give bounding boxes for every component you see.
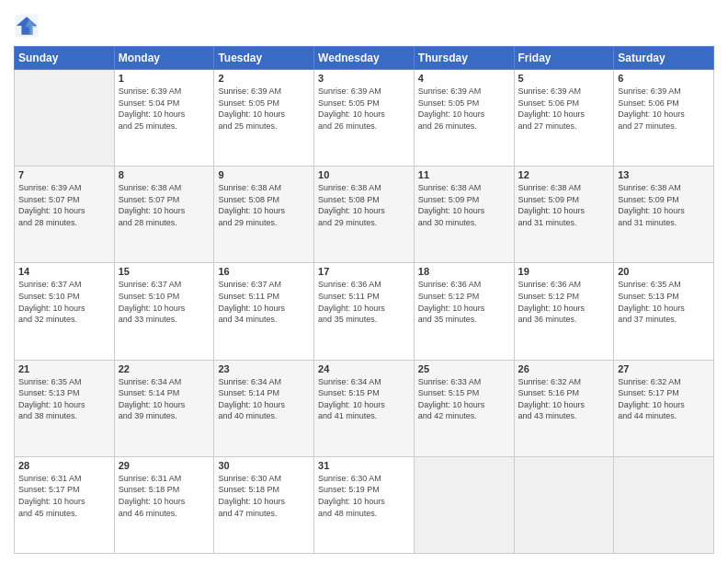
day-info: Sunrise: 6:30 AM Sunset: 5:18 PM Dayligh… (218, 473, 310, 519)
day-number: 29 (119, 460, 210, 471)
day-number: 3 (318, 73, 410, 84)
day-number: 19 (518, 266, 610, 277)
day-info: Sunrise: 6:34 AM Sunset: 5:15 PM Dayligh… (318, 376, 410, 422)
calendar-cell-5-2: 29Sunrise: 6:31 AM Sunset: 5:18 PM Dayli… (114, 456, 214, 553)
calendar-cell-2-1: 7Sunrise: 6:39 AM Sunset: 5:07 PM Daylig… (15, 167, 115, 263)
day-info: Sunrise: 6:33 AM Sunset: 5:15 PM Dayligh… (418, 376, 510, 422)
day-info: Sunrise: 6:39 AM Sunset: 5:07 PM Dayligh… (18, 182, 110, 228)
day-number: 9 (218, 169, 310, 180)
day-info: Sunrise: 6:31 AM Sunset: 5:18 PM Dayligh… (119, 473, 210, 519)
day-info: Sunrise: 6:34 AM Sunset: 5:14 PM Dayligh… (218, 376, 310, 422)
day-number: 10 (318, 169, 410, 180)
calendar-cell-3-4: 17Sunrise: 6:36 AM Sunset: 5:11 PM Dayli… (314, 263, 415, 360)
day-number: 26 (518, 363, 610, 374)
day-info: Sunrise: 6:38 AM Sunset: 5:08 PM Dayligh… (218, 182, 310, 228)
calendar-cell-4-2: 22Sunrise: 6:34 AM Sunset: 5:14 PM Dayli… (114, 360, 214, 456)
day-info: Sunrise: 6:38 AM Sunset: 5:09 PM Dayligh… (418, 182, 510, 228)
calendar-cell-3-1: 14Sunrise: 6:37 AM Sunset: 5:10 PM Dayli… (15, 263, 115, 360)
day-info: Sunrise: 6:35 AM Sunset: 5:13 PM Dayligh… (18, 376, 110, 422)
day-number: 2 (218, 73, 310, 84)
calendar-header-sunday: Sunday (15, 47, 115, 70)
calendar-header-friday: Friday (514, 47, 614, 70)
calendar-table: SundayMondayTuesdayWednesdayThursdayFrid… (14, 46, 714, 554)
calendar-header-saturday: Saturday (614, 47, 714, 70)
day-info: Sunrise: 6:30 AM Sunset: 5:19 PM Dayligh… (318, 473, 410, 519)
calendar-cell-1-4: 3Sunrise: 6:39 AM Sunset: 5:05 PM Daylig… (314, 70, 415, 167)
day-info: Sunrise: 6:38 AM Sunset: 5:08 PM Dayligh… (318, 182, 410, 228)
calendar-cell-4-7: 27Sunrise: 6:32 AM Sunset: 5:17 PM Dayli… (614, 360, 714, 456)
calendar-week-4: 21Sunrise: 6:35 AM Sunset: 5:13 PM Dayli… (15, 360, 714, 456)
logo (14, 13, 42, 39)
calendar-header-row: SundayMondayTuesdayWednesdayThursdayFrid… (15, 47, 714, 70)
calendar-week-3: 14Sunrise: 6:37 AM Sunset: 5:10 PM Dayli… (15, 263, 714, 360)
calendar-cell-2-2: 8Sunrise: 6:38 AM Sunset: 5:07 PM Daylig… (114, 167, 214, 263)
day-info: Sunrise: 6:39 AM Sunset: 5:04 PM Dayligh… (119, 86, 210, 132)
calendar-cell-3-6: 19Sunrise: 6:36 AM Sunset: 5:12 PM Dayli… (514, 263, 614, 360)
day-info: Sunrise: 6:32 AM Sunset: 5:16 PM Dayligh… (518, 376, 610, 422)
day-info: Sunrise: 6:31 AM Sunset: 5:17 PM Dayligh… (18, 473, 110, 519)
day-info: Sunrise: 6:37 AM Sunset: 5:11 PM Dayligh… (218, 279, 310, 325)
calendar-cell-5-3: 30Sunrise: 6:30 AM Sunset: 5:18 PM Dayli… (214, 456, 314, 553)
calendar-cell-5-5 (414, 456, 514, 553)
calendar-week-5: 28Sunrise: 6:31 AM Sunset: 5:17 PM Dayli… (15, 456, 714, 553)
calendar-header-thursday: Thursday (414, 47, 514, 70)
calendar-cell-4-4: 24Sunrise: 6:34 AM Sunset: 5:15 PM Dayli… (314, 360, 415, 456)
day-info: Sunrise: 6:37 AM Sunset: 5:10 PM Dayligh… (18, 279, 110, 325)
day-info: Sunrise: 6:38 AM Sunset: 5:09 PM Dayligh… (518, 182, 610, 228)
calendar-cell-4-5: 25Sunrise: 6:33 AM Sunset: 5:15 PM Dayli… (414, 360, 514, 456)
header (14, 9, 714, 39)
day-info: Sunrise: 6:39 AM Sunset: 5:05 PM Dayligh… (418, 86, 510, 132)
day-info: Sunrise: 6:37 AM Sunset: 5:10 PM Dayligh… (119, 279, 210, 325)
calendar-cell-1-3: 2Sunrise: 6:39 AM Sunset: 5:05 PM Daylig… (214, 70, 314, 167)
day-number: 6 (618, 73, 710, 84)
day-number: 31 (318, 460, 410, 471)
page: SundayMondayTuesdayWednesdayThursdayFrid… (0, 0, 728, 563)
day-number: 11 (418, 169, 510, 180)
day-info: Sunrise: 6:36 AM Sunset: 5:11 PM Dayligh… (318, 279, 410, 325)
day-info: Sunrise: 6:38 AM Sunset: 5:07 PM Dayligh… (119, 182, 210, 228)
day-number: 22 (119, 363, 210, 374)
day-number: 1 (119, 73, 210, 84)
calendar-cell-5-1: 28Sunrise: 6:31 AM Sunset: 5:17 PM Dayli… (15, 456, 115, 553)
calendar-cell-4-3: 23Sunrise: 6:34 AM Sunset: 5:14 PM Dayli… (214, 360, 314, 456)
calendar-cell-4-1: 21Sunrise: 6:35 AM Sunset: 5:13 PM Dayli… (15, 360, 115, 456)
calendar-cell-2-5: 11Sunrise: 6:38 AM Sunset: 5:09 PM Dayli… (414, 167, 514, 263)
day-info: Sunrise: 6:39 AM Sunset: 5:06 PM Dayligh… (618, 86, 710, 132)
day-number: 14 (18, 266, 110, 277)
day-info: Sunrise: 6:35 AM Sunset: 5:13 PM Dayligh… (618, 279, 710, 325)
day-number: 12 (518, 169, 610, 180)
day-number: 30 (218, 460, 310, 471)
day-number: 27 (618, 363, 710, 374)
day-number: 23 (218, 363, 310, 374)
calendar-cell-1-2: 1Sunrise: 6:39 AM Sunset: 5:04 PM Daylig… (114, 70, 214, 167)
day-info: Sunrise: 6:36 AM Sunset: 5:12 PM Dayligh… (418, 279, 510, 325)
calendar-week-2: 7Sunrise: 6:39 AM Sunset: 5:07 PM Daylig… (15, 167, 714, 263)
day-number: 21 (18, 363, 110, 374)
day-number: 18 (418, 266, 510, 277)
calendar-cell-2-6: 12Sunrise: 6:38 AM Sunset: 5:09 PM Dayli… (514, 167, 614, 263)
day-number: 24 (318, 363, 410, 374)
calendar-header-tuesday: Tuesday (214, 47, 314, 70)
day-number: 28 (18, 460, 110, 471)
calendar-cell-2-3: 9Sunrise: 6:38 AM Sunset: 5:08 PM Daylig… (214, 167, 314, 263)
calendar-cell-3-7: 20Sunrise: 6:35 AM Sunset: 5:13 PM Dayli… (614, 263, 714, 360)
day-info: Sunrise: 6:39 AM Sunset: 5:05 PM Dayligh… (318, 86, 410, 132)
day-number: 13 (618, 169, 710, 180)
day-info: Sunrise: 6:36 AM Sunset: 5:12 PM Dayligh… (518, 279, 610, 325)
day-number: 20 (618, 266, 710, 277)
calendar-cell-3-2: 15Sunrise: 6:37 AM Sunset: 5:10 PM Dayli… (114, 263, 214, 360)
logo-icon (14, 13, 40, 39)
calendar-cell-1-1 (15, 70, 115, 167)
calendar-cell-5-7 (614, 456, 714, 553)
calendar-cell-2-4: 10Sunrise: 6:38 AM Sunset: 5:08 PM Dayli… (314, 167, 415, 263)
calendar-cell-1-6: 5Sunrise: 6:39 AM Sunset: 5:06 PM Daylig… (514, 70, 614, 167)
day-number: 25 (418, 363, 510, 374)
calendar-cell-2-7: 13Sunrise: 6:38 AM Sunset: 5:09 PM Dayli… (614, 167, 714, 263)
day-number: 15 (119, 266, 210, 277)
day-number: 5 (518, 73, 610, 84)
day-info: Sunrise: 6:39 AM Sunset: 5:05 PM Dayligh… (218, 86, 310, 132)
calendar-cell-3-3: 16Sunrise: 6:37 AM Sunset: 5:11 PM Dayli… (214, 263, 314, 360)
day-number: 16 (218, 266, 310, 277)
calendar-cell-3-5: 18Sunrise: 6:36 AM Sunset: 5:12 PM Dayli… (414, 263, 514, 360)
day-info: Sunrise: 6:38 AM Sunset: 5:09 PM Dayligh… (618, 182, 710, 228)
